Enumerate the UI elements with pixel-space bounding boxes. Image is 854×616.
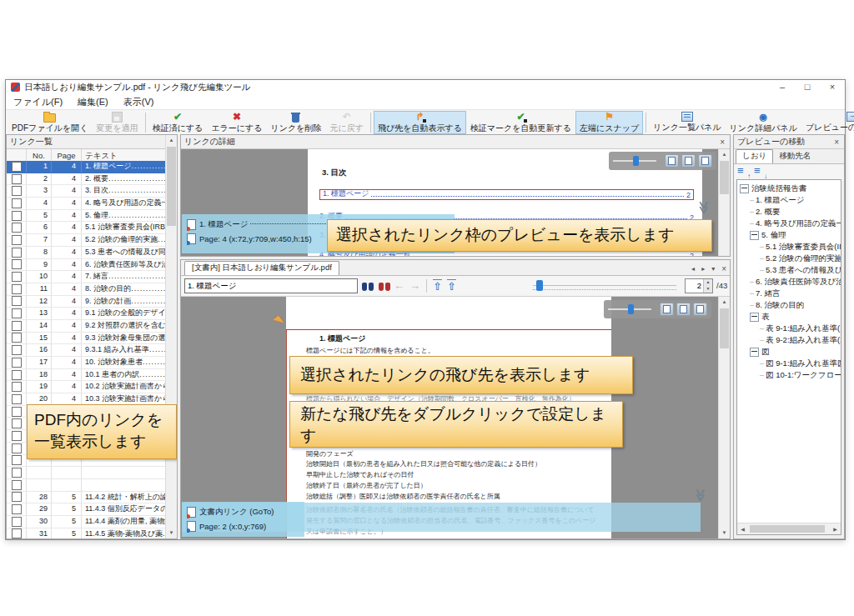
row-checkbox[interactable]: [12, 284, 22, 294]
scroll-down-icon[interactable]: ▼: [166, 528, 177, 538]
tree-item[interactable]: 表: [740, 311, 841, 323]
link-detail-viewport[interactable]: 3. 目次 1. 標題ページ22. 概要23. 目次24. 略号及び用語の定義一…: [181, 149, 730, 256]
tree-expander-icon[interactable]: [740, 184, 749, 193]
row-checkbox[interactable]: [12, 198, 22, 208]
history-forward-icon[interactable]: →: [407, 278, 423, 294]
checkbox-column-header[interactable]: [7, 149, 27, 162]
link-row[interactable]: 17410. 治験対象患者: [7, 357, 166, 369]
scroll-right-icon[interactable]: ▶: [830, 526, 841, 532]
find-prev-icon[interactable]: [379, 281, 391, 291]
scroll-left-icon[interactable]: ◀: [737, 526, 748, 532]
link-row[interactable]: 645.1 治験審査委員会(IRB): [7, 222, 166, 234]
page-slider[interactable]: [533, 279, 676, 293]
document-tab[interactable]: [文書内] 日本語しおり編集サンプル.pdf: [184, 261, 339, 275]
link-row[interactable]: 946. 治験責任医師等及び治: [7, 259, 166, 272]
row-checkbox[interactable]: [12, 321, 22, 331]
row-checkbox[interactable]: [12, 211, 22, 221]
spinner-up-icon[interactable]: ▲: [704, 279, 712, 286]
row-checkbox[interactable]: [12, 504, 22, 514]
row-checkbox[interactable]: [12, 418, 22, 428]
page-number-spinner[interactable]: 2 ▲▼: [685, 278, 713, 293]
link-row[interactable]: [7, 479, 166, 492]
snap-left-button[interactable]: ⚑左端にスナップ: [575, 111, 643, 134]
menu-item-1[interactable]: 編集(E): [70, 94, 116, 109]
tree-item[interactable]: –4. 略号及び用語の定義一覧: [740, 218, 841, 229]
link-row[interactable]: 845.3 患者への情報及び同意: [7, 247, 166, 259]
menu-item-0[interactable]: ファイル(F): [6, 94, 70, 109]
find-next-icon[interactable]: [362, 281, 374, 291]
link-row[interactable]: 30511.4.4 薬剤の用量, 薬物濃: [7, 516, 166, 528]
tree-item[interactable]: –5.1 治験審査委員会(IRB): [740, 241, 841, 253]
row-checkbox[interactable]: [12, 468, 22, 478]
row-checkbox[interactable]: [12, 174, 22, 184]
link-row[interactable]: 444. 略号及び用語の定義一覧: [7, 198, 166, 210]
tree-item[interactable]: 治験統括報告書: [740, 183, 841, 194]
spinner-down-icon[interactable]: ▼: [704, 286, 712, 293]
row-checkbox[interactable]: [12, 492, 22, 502]
expand-all-icon[interactable]: [754, 168, 766, 178]
tree-item[interactable]: –5.2 治験の倫理的実施: [740, 253, 841, 264]
tree-expander-icon[interactable]: [750, 231, 759, 240]
minimize-button[interactable]: –: [770, 80, 795, 94]
link-detail-panel-button[interactable]: ◉リンク詳細パネル: [726, 111, 801, 134]
tree-item[interactable]: –8. 治験の目的: [740, 299, 841, 311]
zoom-slider-thumb[interactable]: [628, 304, 634, 314]
link-list-panel-button[interactable]: リンク一覧パネル: [649, 111, 725, 134]
link-row[interactable]: 18410.1 患者の内訳: [7, 369, 166, 382]
tree-expander-icon[interactable]: [750, 313, 759, 322]
close-panel-icon[interactable]: ×: [718, 138, 726, 147]
row-checkbox[interactable]: [12, 162, 22, 172]
scroll-up-icon[interactable]: ▲: [719, 149, 730, 160]
close-button[interactable]: ×: [820, 80, 845, 94]
link-row[interactable]: 242. 概要: [7, 173, 166, 186]
row-checkbox[interactable]: [12, 333, 22, 343]
row-checkbox[interactable]: [12, 308, 22, 318]
row-checkbox[interactable]: [12, 455, 22, 465]
tab-prev-icon[interactable]: ◂: [688, 265, 698, 273]
link-row[interactable]: 1349.1 治験の全般的デザイン及: [7, 308, 166, 320]
row-checkbox[interactable]: [12, 480, 22, 490]
actual-size-button[interactable]: [698, 154, 712, 168]
zoom-slider[interactable]: [608, 308, 651, 310]
link-row[interactable]: 31511.4.5 薬物-薬物及び薬: [7, 528, 166, 538]
apply-changes-button[interactable]: 変更を適用: [92, 111, 142, 134]
tree-item[interactable]: –表 9-1:組み入れ基準(1): [740, 323, 841, 334]
tree-item[interactable]: –5.3 患者への情報及び同意: [740, 264, 841, 276]
find-input[interactable]: [184, 278, 358, 293]
tab-destination-names[interactable]: 移動先名: [773, 150, 816, 163]
mark-verified-button[interactable]: ✔検証済にする: [148, 111, 208, 134]
tree-item[interactable]: 5. 倫理: [740, 229, 841, 241]
link-row[interactable]: 1649.3.1 組み入れ基準: [7, 344, 166, 357]
fit-page-button[interactable]: [681, 154, 696, 168]
menu-item-2[interactable]: 表示(V): [116, 94, 162, 109]
link-row[interactable]: 141. 標題ページ: [7, 161, 166, 173]
history-back-icon[interactable]: ←: [391, 278, 407, 294]
fit-width-button[interactable]: [660, 303, 674, 316]
scroll-thumb[interactable]: [720, 161, 729, 194]
document-viewport[interactable]: 1. 標題ページ 標題ページには下記の情報を含めること。 標題から得られない場合…: [181, 297, 730, 538]
row-checkbox[interactable]: [12, 370, 22, 380]
link-row[interactable]: 1148. 治験の目的: [7, 283, 166, 296]
auto-show-destination-button[interactable]: ↱飛び先を自動表示する: [374, 111, 466, 134]
collapse-all-icon[interactable]: [737, 168, 749, 178]
link-row[interactable]: 28511.4.2 統計・解析上の論点: [7, 492, 166, 504]
row-checkbox[interactable]: [12, 235, 22, 245]
tree-item[interactable]: –図 9-1:組み入れ基準図: [740, 358, 841, 369]
tree-item[interactable]: –7. 緒言: [740, 288, 841, 299]
row-checkbox[interactable]: [12, 259, 22, 269]
zoom-slider-thumb[interactable]: [633, 156, 639, 166]
link-row[interactable]: [7, 467, 166, 479]
link-row[interactable]: 19410.2 治験実施計画書からの: [7, 381, 166, 393]
tree-item[interactable]: –6. 治験責任医師等及び治験: [740, 276, 841, 288]
tree-expander-icon[interactable]: [750, 348, 759, 357]
scroll-down-icon[interactable]: ▼: [719, 528, 730, 538]
text-column-header[interactable]: テキスト: [82, 149, 177, 162]
row-checkbox[interactable]: [12, 186, 22, 196]
tree-item[interactable]: –図 10-1:ワークフロー図: [740, 369, 841, 381]
link-row[interactable]: 545. 倫理: [7, 210, 166, 223]
tree-item[interactable]: –2. 概要: [740, 206, 841, 218]
scroll-up-icon[interactable]: ▲: [719, 297, 730, 308]
no-column-header[interactable]: No.: [27, 149, 52, 162]
link-row[interactable]: 1549.3 治験対象母集団の選択: [7, 333, 166, 345]
link-row[interactable]: 343. 目次: [7, 185, 166, 198]
